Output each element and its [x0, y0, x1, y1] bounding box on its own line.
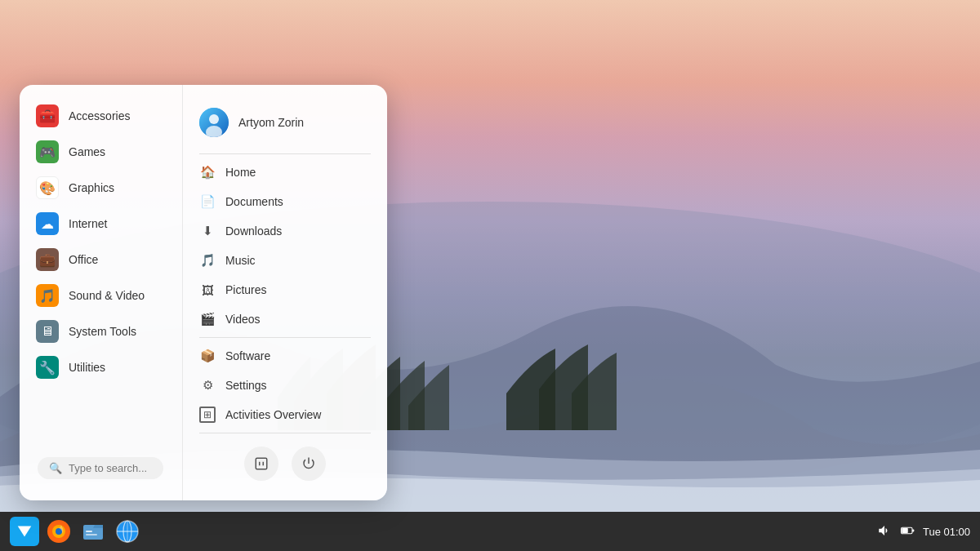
activities-icon: ⊞ — [199, 407, 216, 423]
avatar — [199, 108, 229, 137]
graphics-icon: 🎨 — [36, 176, 59, 199]
user-section[interactable]: Artyom Zorin — [183, 98, 387, 150]
internet-icon: ☁ — [36, 212, 59, 235]
taskbar-right: Tue 01:00 — [877, 523, 970, 540]
system-tools-icon: 🖥 — [36, 320, 59, 343]
svg-rect-20 — [912, 529, 914, 531]
menu-item-software[interactable]: 📦 Software — [183, 341, 387, 371]
svg-point-2 — [209, 114, 219, 124]
taskbar-left — [10, 517, 142, 546]
menu-item-settings[interactable]: ⚙ Settings — [183, 371, 387, 400]
utilities-icon: 🔧 — [36, 356, 59, 379]
menu-right-panel: Artyom Zorin 🏠 Home 📄 Documents ⬇ Downlo… — [183, 85, 387, 500]
software-label: Software — [225, 349, 270, 362]
graphics-label: Graphics — [69, 181, 114, 194]
volume-icon[interactable] — [877, 523, 892, 540]
menu-item-pictures[interactable]: 🖼 Pictures — [183, 275, 387, 304]
browser-icon[interactable] — [113, 517, 142, 546]
menu-item-internet[interactable]: ☁ Internet — [20, 206, 182, 242]
search-icon: 🔍 — [49, 462, 62, 474]
downloads-label: Downloads — [225, 224, 282, 238]
taskbar-time: Tue 01:00 — [923, 526, 970, 538]
menu-item-activities[interactable]: ⊞ Activities Overview — [183, 400, 387, 429]
menu-item-videos[interactable]: 🎬 Videos — [183, 304, 387, 334]
menu-item-music[interactable]: 🎵 Music — [183, 246, 387, 275]
accessories-label: Accessories — [69, 109, 130, 122]
internet-label: Internet — [69, 217, 107, 230]
files-icon[interactable] — [78, 517, 108, 546]
settings-icon: ⚙ — [199, 377, 216, 393]
games-label: Games — [69, 145, 105, 158]
downloads-icon: ⬇ — [199, 223, 216, 239]
firefox-icon[interactable] — [44, 517, 74, 546]
menu-item-office[interactable]: 💼 Office — [20, 242, 182, 278]
music-icon: 🎵 — [199, 252, 216, 269]
sound-video-icon: 🎵 — [36, 284, 59, 307]
games-icon: 🎮 — [36, 140, 59, 163]
videos-label: Videos — [225, 313, 261, 326]
menu-item-utilities[interactable]: 🔧 Utilities — [20, 349, 182, 385]
menu-item-downloads[interactable]: ⬇ Downloads — [183, 216, 387, 246]
pictures-icon: 🖼 — [199, 282, 216, 298]
battery-icon[interactable] — [900, 523, 915, 540]
search-bar[interactable]: 🔍 — [38, 457, 163, 479]
office-icon: 💼 — [36, 248, 59, 271]
start-menu: 🧰 Accessories 🎮 Games 🎨 Graphics ☁ Inter… — [20, 85, 387, 500]
documents-icon: 📄 — [199, 193, 216, 210]
menu-left-panel: 🧰 Accessories 🎮 Games 🎨 Graphics ☁ Inter… — [20, 85, 183, 500]
settings-label: Settings — [225, 379, 267, 392]
action-buttons-row — [183, 437, 387, 487]
menu-item-sound-video[interactable]: 🎵 Sound & Video — [20, 278, 182, 313]
svg-rect-13 — [86, 534, 97, 535]
svg-rect-12 — [86, 531, 92, 532]
system-tools-label: System Tools — [69, 325, 136, 338]
svg-rect-21 — [902, 528, 908, 533]
home-icon: 🏠 — [199, 164, 216, 180]
divider-1 — [199, 153, 371, 154]
menu-item-accessories[interactable]: 🧰 Accessories — [20, 98, 182, 134]
pictures-label: Pictures — [225, 283, 267, 296]
activities-label: Activities Overview — [225, 408, 321, 421]
sound-video-label: Sound & Video — [69, 289, 145, 302]
divider-2 — [199, 337, 371, 338]
user-name: Artyom Zorin — [238, 116, 304, 129]
home-label: Home — [225, 166, 256, 179]
search-input[interactable] — [69, 462, 152, 474]
divider-3 — [199, 433, 371, 433]
software-icon: 📦 — [199, 348, 216, 364]
menu-item-games[interactable]: 🎮 Games — [20, 134, 182, 170]
accessories-icon: 🧰 — [36, 104, 59, 127]
menu-item-home[interactable]: 🏠 Home — [183, 158, 387, 187]
power-button[interactable] — [292, 447, 326, 481]
svg-rect-4 — [256, 458, 267, 469]
zorin-menu-button[interactable] — [10, 517, 39, 546]
menu-item-documents[interactable]: 📄 Documents — [183, 187, 387, 216]
taskbar: Tue 01:00 — [0, 512, 980, 551]
videos-icon: 🎬 — [199, 311, 216, 327]
office-label: Office — [69, 253, 98, 266]
documents-label: Documents — [225, 195, 283, 208]
utilities-label: Utilities — [69, 361, 105, 374]
suspend-button[interactable] — [244, 447, 278, 481]
music-label: Music — [225, 254, 256, 267]
menu-item-graphics[interactable]: 🎨 Graphics — [20, 170, 182, 206]
menu-item-system-tools[interactable]: 🖥 System Tools — [20, 313, 182, 349]
